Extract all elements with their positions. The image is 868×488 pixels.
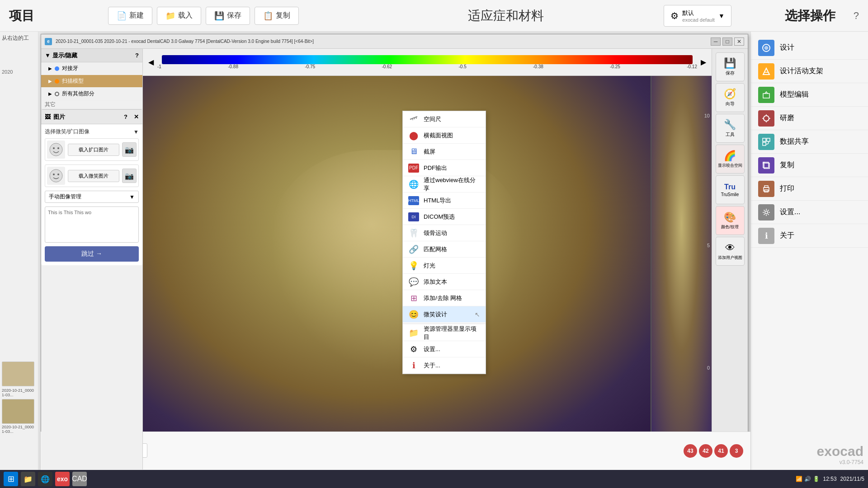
dialog-help-icon[interactable]: ? xyxy=(124,113,127,120)
svg-rect-15 xyxy=(767,138,770,141)
menu-item-ruler[interactable]: 空间尺 xyxy=(403,111,486,127)
taskbar-explorer[interactable]: 📁 xyxy=(21,472,35,486)
tooth-num-42[interactable]: 42 xyxy=(699,444,712,458)
fr-settings[interactable]: 设置... xyxy=(751,201,868,224)
svg-rect-14 xyxy=(763,138,766,141)
menu-item-cross-section[interactable]: ⬤ 横截面视图 xyxy=(403,127,486,144)
load-smile-btn[interactable]: 载入微笑图片 xyxy=(68,170,119,182)
maximize-button[interactable]: □ xyxy=(722,38,732,46)
section-expand-icon[interactable]: ▼ xyxy=(133,129,139,135)
occlusion-tool-btn[interactable]: 🌈 显示咬合空间 xyxy=(716,145,745,174)
menu-item-screenshot[interactable]: 🖥 截屏 xyxy=(403,144,486,160)
label-n038: -0.38 xyxy=(533,64,543,69)
addtext-label: 添加文本 xyxy=(424,278,447,286)
fr-model-edit[interactable]: 模型编辑 xyxy=(751,83,868,107)
project-thumb-2[interactable] xyxy=(2,399,34,424)
menu-item-smile[interactable]: 😊 微笑设计 ↖ xyxy=(403,306,486,323)
clock-date: 2021/11/5 xyxy=(840,476,864,482)
profile-icon: ⚙ xyxy=(670,10,679,21)
fr-about[interactable]: ℹ 关于 xyxy=(751,224,868,248)
menu-item-explorer[interactable]: 📁 资源管理器里显示项目 xyxy=(403,325,486,341)
show-hide-header[interactable]: ▼ 显示/隐藏 ? xyxy=(41,49,142,62)
color-bar-arrow-right[interactable]: ▶ xyxy=(701,58,706,66)
wizard-tool-label: 向导 xyxy=(726,101,735,107)
load-button[interactable]: 📁 载入 xyxy=(157,7,201,25)
menu-item-pdf[interactable]: PDF PDF输出 xyxy=(403,160,486,176)
inner-window: e 2020-10-21_00001-035 2020-10-21 - exoc… xyxy=(41,34,748,470)
color-tool-btn[interactable]: 🎨 颜色/纹理 xyxy=(716,206,745,235)
match-icon: 🔗 xyxy=(408,244,419,255)
minimize-button[interactable]: ─ xyxy=(711,38,721,46)
color-bar-arrow-left[interactable]: ◀ xyxy=(148,58,154,66)
label-n05: -0.5 xyxy=(458,64,466,69)
panel-item-scan[interactable]: ▶ 扫描模型 xyxy=(41,75,142,88)
taskbar-edge[interactable]: 🌐 xyxy=(38,472,52,486)
tooth-num-3[interactable]: 3 xyxy=(730,444,743,458)
user-view-btn[interactable]: 👁 添加用户视图 xyxy=(716,237,745,266)
start-button[interactable]: ⊞ xyxy=(4,472,18,486)
fr-active-design[interactable]: 设计活动支架 xyxy=(751,60,868,83)
face-icon-1 xyxy=(47,141,65,159)
load-wide-btn[interactable]: 载入扩口图片 xyxy=(68,144,119,156)
save-tool-btn[interactable]: 💾 保存 xyxy=(716,52,745,81)
face-icon-2 xyxy=(47,167,65,185)
wizard-tool-btn[interactable]: 🧭 向导 xyxy=(716,83,745,112)
trusmile-icon: Tru xyxy=(724,183,736,191)
show-hide-help-icon[interactable]: ? xyxy=(135,52,139,59)
menu-item-light[interactable]: 💡 灯光 xyxy=(403,258,486,274)
app-title: 适应症和材料 xyxy=(361,7,650,24)
menu-item-mesh[interactable]: ⊞ 添加/去除 网格 xyxy=(403,290,486,306)
battery-icon: 🔋 xyxy=(813,476,820,482)
panel-label-scan: 扫描模型 xyxy=(62,77,84,85)
new-button[interactable]: 📄 新建 xyxy=(108,7,152,25)
screenshot-icon: 🖥 xyxy=(408,146,419,157)
tool-btn[interactable]: 🔧 工具 xyxy=(716,114,745,143)
annotation-box[interactable]: This is This This wo xyxy=(45,206,139,243)
panel-item-other[interactable]: ▶ 所有其他部分 xyxy=(41,88,142,100)
profile-area[interactable]: ⚙ 默认 exocad default ▼ xyxy=(664,5,731,27)
cross-section-label: 横截面视图 xyxy=(424,131,453,140)
trusmile-tool-btn[interactable]: Tru TruSmile xyxy=(716,175,745,204)
dialog-close-icon[interactable]: ✕ xyxy=(134,113,139,120)
taskbar: ⊞ 📁 🌐 exo CAD 📶 🔊 🔋 12:53 2021/11/5 xyxy=(0,470,868,488)
fr-print[interactable]: 打印 xyxy=(751,177,868,201)
fr-copy[interactable]: 复制 xyxy=(751,154,868,177)
camera-btn-1[interactable]: 📷 xyxy=(122,142,137,157)
svg-rect-8 xyxy=(763,94,769,98)
tooth-3d-view[interactable] xyxy=(143,76,651,447)
image-management-dropdown[interactable]: 手动图像管理 ▼ xyxy=(45,191,139,203)
skip-button[interactable]: 跳过 → xyxy=(45,246,139,262)
label-n075: -0.75 xyxy=(305,64,315,69)
save-button[interactable]: 💾 保存 xyxy=(206,7,250,25)
save-icon: 💾 xyxy=(214,11,224,21)
camera-btn-2[interactable]: 📷 xyxy=(122,169,137,183)
tooth-num-41[interactable]: 41 xyxy=(714,444,728,458)
menu-item-match[interactable]: 🔗 匹配网格 xyxy=(403,241,486,258)
menu-item-jaw[interactable]: 🦷 颌骨运动 xyxy=(403,225,486,241)
project-thumb-1[interactable] xyxy=(2,361,34,386)
fr-model-edit-label: 模型编辑 xyxy=(780,90,809,99)
system-icons: 📶 🔊 🔋 xyxy=(796,476,820,482)
menu-item-settings[interactable]: ⚙ 设置... xyxy=(403,341,486,357)
close-button[interactable]: ✕ xyxy=(734,38,744,46)
fr-data-share[interactable]: 数据共享 xyxy=(751,130,868,154)
menu-item-html[interactable]: HTML HTML导出 xyxy=(403,192,486,209)
menu-item-webview[interactable]: 🌐 通过webview在线分享 xyxy=(403,176,486,192)
tooth-num-43[interactable]: 43 xyxy=(684,444,697,458)
menu-item-dicom[interactable]: DI DICOM预选 xyxy=(403,209,486,225)
menu-item-about[interactable]: ℹ 关于... xyxy=(403,357,486,374)
help-icon[interactable]: ? xyxy=(854,10,859,22)
taskbar-cad[interactable]: CAD xyxy=(72,472,87,486)
project-name-2: 2020-10-21_00001-03... xyxy=(2,425,36,434)
new-icon: 📄 xyxy=(117,11,127,21)
fr-design[interactable]: 设计 xyxy=(751,36,868,60)
panel-item-opponent[interactable]: ▶ 对接牙 xyxy=(41,62,142,75)
save-label: 保存 xyxy=(227,11,241,20)
inner-right-toolbar: 💾 保存 🧭 向导 🔧 工具 🌈 显示咬合空间 xyxy=(712,49,748,469)
about-menu-label: 关于... xyxy=(424,361,440,370)
svg-point-3 xyxy=(50,169,62,182)
menu-item-addtext[interactable]: 💬 添加文本 xyxy=(403,274,486,290)
taskbar-exo[interactable]: exo xyxy=(55,472,70,486)
fr-grind[interactable]: 研磨 xyxy=(751,107,868,130)
copy-button[interactable]: 📋 复制 xyxy=(255,7,299,25)
